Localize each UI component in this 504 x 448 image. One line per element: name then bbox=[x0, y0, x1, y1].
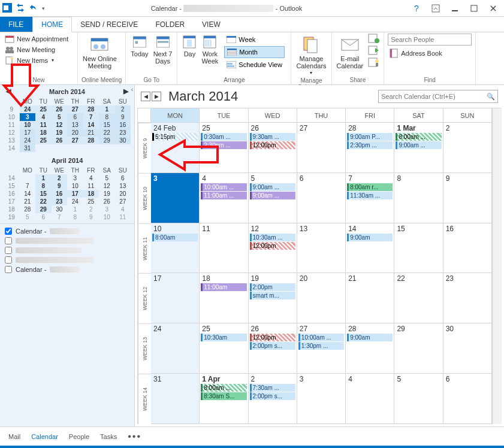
address-book-button[interactable]: Address Book bbox=[388, 48, 472, 59]
day-cell[interactable]: 192:00pmsmart m... bbox=[249, 273, 297, 323]
mini-cal-day[interactable]: 26 bbox=[52, 105, 68, 113]
calendar-event[interactable]: 10:00am ... bbox=[201, 183, 246, 191]
calendar-event[interactable]: 11:30am ... bbox=[347, 192, 393, 199]
mini-cal-day[interactable]: 19 bbox=[52, 129, 68, 137]
mini-cal-day[interactable]: 13 bbox=[67, 121, 83, 129]
mini-cal-day[interactable]: 10 bbox=[99, 213, 115, 221]
week-view-button[interactable]: Week bbox=[224, 34, 285, 46]
mini-cal-day[interactable]: 28 bbox=[20, 205, 36, 213]
mini-cal-day[interactable]: 12 bbox=[99, 182, 115, 190]
calendar-event[interactable]: 2:30pm ... bbox=[201, 141, 246, 149]
mini-cal-day[interactable]: 23 bbox=[115, 129, 131, 137]
mini-cal-day[interactable]: 1 bbox=[35, 174, 52, 182]
mini-cal-prev-icon[interactable]: ◀ bbox=[5, 87, 12, 95]
calendar-event[interactable]: 8:00am bbox=[152, 234, 198, 241]
mini-cal-day[interactable]: 5 bbox=[20, 213, 36, 221]
mini-cal-day[interactable]: 27 bbox=[67, 137, 83, 144]
share-calendar-icon[interactable] bbox=[368, 34, 380, 44]
mini-cal-day[interactable]: 22 bbox=[99, 129, 115, 137]
day-cell[interactable]: 6 bbox=[443, 374, 492, 424]
minimize-button[interactable] bbox=[446, 2, 463, 14]
calendar-event[interactable]: 9:00am bbox=[347, 334, 393, 341]
day-cell[interactable]: 13 bbox=[297, 223, 346, 274]
calendar-event[interactable]: 2:00pm bbox=[250, 283, 295, 291]
calendar-event[interactable]: 10:00am ... bbox=[298, 334, 344, 341]
calendar-event[interactable]: 9:00am ... bbox=[396, 141, 441, 149]
mini-cal-day[interactable]: 7 bbox=[20, 182, 36, 190]
day-cell[interactable]: 15 bbox=[394, 223, 443, 274]
nav-tasks[interactable]: Tasks bbox=[100, 433, 117, 440]
tab-file[interactable]: FILE bbox=[0, 17, 32, 32]
mini-cal-day[interactable]: 20 bbox=[115, 190, 131, 198]
mini-cal-day[interactable]: 9 bbox=[52, 182, 68, 190]
calendar-checkbox[interactable] bbox=[5, 237, 12, 244]
calendar-event[interactable]: 8:00am ... bbox=[396, 133, 441, 141]
calendar-prev-button[interactable]: ◀ bbox=[141, 92, 150, 101]
day-cell[interactable]: 149:00am bbox=[346, 223, 394, 274]
calendar-event[interactable]: 5:15pm bbox=[152, 133, 198, 141]
mini-cal-day[interactable]: 16 bbox=[52, 190, 68, 198]
calendar-search-input[interactable] bbox=[381, 93, 487, 100]
mini-cal-day[interactable]: 4 bbox=[115, 205, 131, 213]
help-icon[interactable]: ? bbox=[408, 2, 425, 14]
mini-cal-day[interactable]: 5 bbox=[52, 113, 68, 121]
publish-online-icon[interactable] bbox=[368, 46, 380, 56]
mini-cal-day[interactable]: 15 bbox=[99, 121, 115, 129]
calendar-event[interactable]: 12:00pm bbox=[250, 334, 295, 341]
calendar-checkbox[interactable] bbox=[5, 256, 12, 264]
sidebar-collapse-icon[interactable]: ‹ bbox=[131, 86, 133, 93]
email-calendar-button[interactable]: E-mail Calendar bbox=[336, 34, 365, 71]
day-cell[interactable]: 29 bbox=[394, 323, 443, 374]
qa-sendreceive-icon[interactable] bbox=[16, 3, 25, 14]
mini-cal-day[interactable]: 25 bbox=[35, 137, 52, 144]
mini-cal-day[interactable]: 21 bbox=[83, 129, 99, 137]
calendar-event[interactable]: 10:30am bbox=[201, 334, 246, 341]
new-items-button[interactable]: New Items▾ bbox=[4, 55, 74, 66]
day-cell[interactable]: 1811:00am bbox=[200, 273, 248, 323]
qa-outlook-icon[interactable] bbox=[2, 3, 12, 14]
day-cell[interactable]: 24 bbox=[151, 323, 200, 374]
calendar-event[interactable]: 9:00am bbox=[347, 234, 393, 241]
mini-cal-day[interactable]: 24 bbox=[20, 137, 36, 144]
mini-cal-day[interactable]: 7 bbox=[52, 213, 68, 221]
month-view-button[interactable]: Month bbox=[224, 46, 285, 58]
mini-cal-day[interactable]: 8 bbox=[35, 182, 52, 190]
mini-cal-day[interactable]: 26 bbox=[52, 137, 68, 144]
mini-cal-day[interactable]: 8 bbox=[99, 113, 115, 121]
mini-cal-day[interactable]: 1 bbox=[67, 205, 83, 213]
calendar-event[interactable]: 8:00am ... bbox=[201, 384, 246, 392]
manage-calendars-button[interactable]: Manage Calendars▾ bbox=[295, 34, 327, 77]
mini-cal-day[interactable]: 18 bbox=[83, 190, 99, 198]
mini-cal-day[interactable]: 28 bbox=[83, 105, 99, 113]
schedule-view-button[interactable]: Schedule View bbox=[224, 59, 285, 71]
day-cell[interactable]: 289:00am P...2:30pm ... bbox=[346, 123, 394, 173]
mini-cal-day[interactable]: 30 bbox=[52, 205, 68, 213]
day-cell[interactable]: 9 bbox=[443, 173, 492, 223]
nav-more-icon[interactable]: ••• bbox=[128, 431, 141, 442]
today-button[interactable]: Today bbox=[129, 34, 149, 59]
mini-cal-day[interactable]: 6 bbox=[35, 213, 52, 221]
calendar-event[interactable]: 9:00am ... bbox=[250, 183, 295, 191]
day-cell[interactable]: 108:00am bbox=[151, 223, 200, 274]
tab-view[interactable]: VIEW bbox=[194, 17, 230, 32]
day-cell[interactable]: 1 Mar8:00am ...9:00am ... bbox=[394, 123, 443, 173]
mini-cal-day[interactable]: 28 bbox=[83, 137, 99, 144]
tab-home[interactable]: HOME bbox=[32, 17, 72, 32]
new-appointment-button[interactable]: New Appointment bbox=[4, 34, 74, 44]
calendar-event[interactable]: 11:00am bbox=[201, 283, 246, 291]
calendar-list-item[interactable]: Calendar - bbox=[5, 266, 129, 273]
tab-folder[interactable]: FOLDER bbox=[147, 17, 194, 32]
mini-cal-day[interactable]: 11 bbox=[83, 182, 99, 190]
calendar-event[interactable]: 1:30pm ... bbox=[298, 342, 344, 350]
mini-cal-day[interactable]: 27 bbox=[67, 105, 83, 113]
calendar-event[interactable]: 11:00am ... bbox=[201, 192, 246, 199]
day-view-button[interactable]: Day bbox=[181, 34, 198, 59]
mini-cal-day[interactable]: 20 bbox=[67, 129, 83, 137]
mini-cal-day[interactable]: 2 bbox=[83, 205, 99, 213]
mini-calendar-april[interactable]: MOTUWETHFRSASU14123456157891011121316141… bbox=[0, 167, 134, 223]
calendar-event[interactable]: 10:30am ... bbox=[250, 234, 295, 241]
mini-cal-day[interactable]: 14 bbox=[83, 121, 99, 129]
calendar-event[interactable]: 2:30pm ... bbox=[347, 141, 393, 149]
mini-cal-day[interactable]: 11 bbox=[35, 121, 52, 129]
close-button[interactable] bbox=[485, 2, 502, 14]
